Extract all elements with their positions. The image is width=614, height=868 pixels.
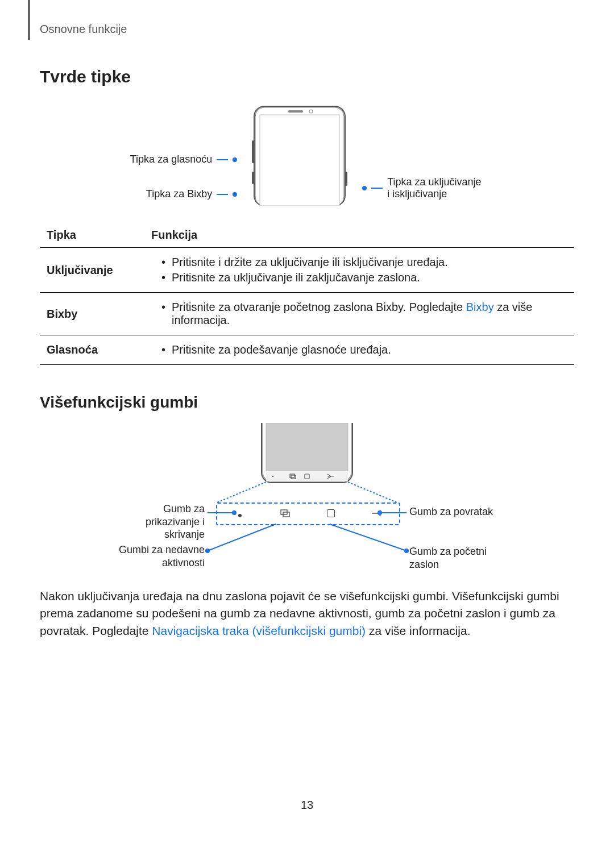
recents-icon <box>268 508 302 520</box>
label-home-button: Gumb za početni zaslon <box>409 545 506 571</box>
phone-top-outline <box>248 103 351 206</box>
table-header-key: Tipka <box>40 223 144 248</box>
text-span: za više informacija. <box>366 624 470 637</box>
svg-rect-3 <box>288 110 303 113</box>
table-row-key: Uključivanje <box>40 248 144 293</box>
soft-keys-diagram: Gumb za prikazivanje i skrivanje Gumbi z… <box>108 423 506 571</box>
svg-rect-7 <box>345 172 347 186</box>
svg-rect-2 <box>260 115 339 206</box>
keys-table: Tipka Funkcija Uključivanje Pritisnite i… <box>40 223 574 365</box>
text-span: Pritisnite za otvaranje početnog zaslona… <box>172 301 466 313</box>
svg-point-12 <box>272 476 273 477</box>
back-icon <box>359 508 393 520</box>
nav-bar-zoom <box>216 502 400 525</box>
svg-point-19 <box>205 549 210 553</box>
home-icon <box>327 509 335 517</box>
hard-keys-diagram: Tipka za glasnoću Tipka za Bixby Tipka z… <box>40 103 574 206</box>
label-show-hide-button: Gumb za prikazivanje i skrivanje <box>108 502 205 541</box>
heading-soft-keys: Višefunkcijski gumbi <box>40 393 574 412</box>
heading-hard-keys: Tvrde tipke <box>40 67 574 86</box>
table-row-item: Pritisnite za podešavanje glasnoće uređa… <box>164 343 567 356</box>
table-row-key: Glasnoća <box>40 335 144 365</box>
table-row-item: Pritisnite za otvaranje početnog zaslona… <box>164 301 567 327</box>
label-volume-key: Tipka za glasnoću <box>130 153 212 165</box>
label-power-key: Tipka za uključivanje i isključivanje <box>387 176 484 200</box>
table-header-function: Funkcija <box>144 223 574 248</box>
label-back-button: Gumb za povratak <box>409 505 493 518</box>
breadcrumb: Osnovne funkcije <box>40 23 574 36</box>
label-bixby-key: Tipka za Bixby <box>146 188 212 200</box>
table-row-item: Pritisnite i držite za uključivanje ili … <box>164 256 567 269</box>
svg-rect-10 <box>266 423 348 471</box>
show-hide-dot-icon <box>238 514 242 517</box>
svg-rect-11 <box>266 471 348 481</box>
svg-rect-5 <box>252 140 254 163</box>
link-bixby[interactable]: Bixby <box>466 301 494 313</box>
table-row-item: Pritisnite za uključivanje ili zaključav… <box>164 271 567 284</box>
phone-bottom-outline <box>256 423 358 488</box>
paragraph-softkeys: Nakon uključivanja uređaja na dnu zaslon… <box>40 588 574 639</box>
link-navigation-bar[interactable]: Navigacijska traka (višefunkcijski gumbi… <box>152 624 366 637</box>
svg-point-21 <box>404 549 409 553</box>
svg-rect-6 <box>252 172 254 184</box>
page-number: 13 <box>40 799 574 812</box>
table-row-key: Bixby <box>40 293 144 335</box>
label-recents-button: Gumbi za nedavne aktivnosti <box>108 543 205 569</box>
